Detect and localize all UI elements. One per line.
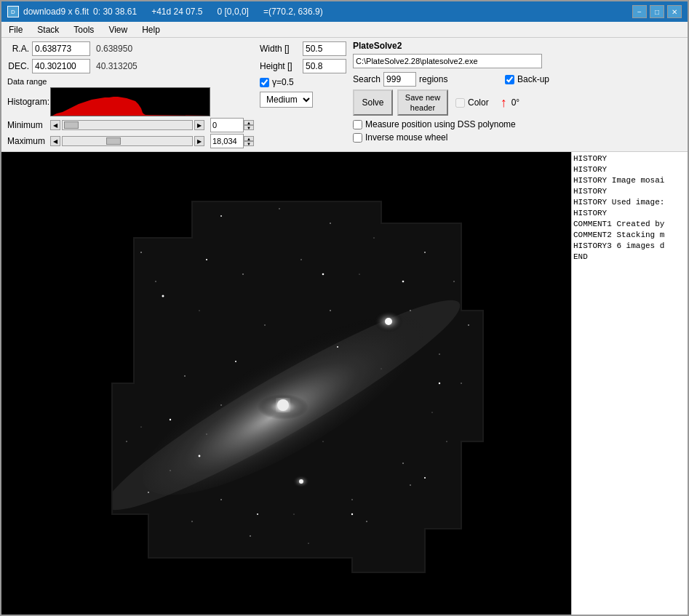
maximize-button[interactable]: □ [650, 5, 664, 18]
ra-row: R.A. 0.638950 [7, 41, 254, 57]
main-content: HISTORYHISTORYHISTORY Image mosaiHISTORY… [1, 152, 688, 615]
stat-coord: +41d 24 07.5 [151, 7, 202, 17]
max-thumb[interactable] [106, 137, 121, 145]
menu-view[interactable]: View [104, 23, 132, 36]
max-row: Maximum ◀ ▶ ▲ ▼ [7, 134, 254, 148]
svg-point-63 [423, 477, 425, 479]
svg-point-66 [205, 259, 207, 260]
svg-point-25 [155, 281, 156, 281]
middle-controls: Width [] Height [] γ=0.5 Medium [260, 41, 347, 148]
fits-lines: HISTORYHISTORYHISTORY Image mosaiHISTORY… [573, 153, 686, 263]
fits-line: HISTORY Image mosai [573, 175, 686, 186]
svg-point-60 [235, 361, 236, 362]
svg-point-11 [424, 252, 426, 253]
title-bar: D download9 x 6.fit 0: 30 38.61 +41d 24 … [1, 1, 688, 22]
app-icon: D [7, 6, 19, 17]
window-title: download9 x 6.fit [23, 7, 89, 17]
svg-point-17 [366, 521, 367, 521]
max-spin-up[interactable]: ▲ [244, 136, 254, 141]
min-spin-down[interactable]: ▼ [244, 125, 254, 130]
svg-point-12 [453, 281, 454, 281]
height-row: Height [] [260, 58, 347, 74]
fits-line: COMMENT2 Stacking m [573, 230, 686, 241]
ra-label: R.A. [7, 44, 29, 54]
fits-line: HISTORY [573, 208, 686, 219]
gamma-row: γ=0.5 [260, 77, 347, 87]
svg-point-31 [439, 353, 439, 354]
min-track[interactable] [62, 120, 193, 130]
min-thumb[interactable] [64, 121, 79, 129]
height-input[interactable] [303, 59, 346, 73]
max-spin-down[interactable]: ▼ [244, 141, 254, 146]
svg-point-14 [461, 383, 461, 383]
min-arrow-left[interactable]: ◀ [50, 120, 60, 130]
max-value-input[interactable] [210, 134, 244, 148]
ra-alt: 0.638950 [96, 44, 132, 54]
min-arrow-right[interactable]: ▶ [194, 120, 204, 130]
title-stats: 0: 30 38.61 +41d 24 07.5 0 [0,0,0] =(770… [93, 7, 323, 17]
backup-checkbox[interactable] [505, 75, 514, 84]
svg-point-27 [242, 273, 244, 275]
fits-line: HISTORY3 6 images d [573, 241, 686, 252]
fits-line: HISTORY Used image: [573, 197, 686, 208]
svg-point-19 [250, 535, 251, 537]
backup-label: Back-up [517, 74, 549, 84]
menu-stack[interactable]: Stack [33, 23, 63, 36]
solve-row: Solve Save new header Color ↑ 0° [353, 89, 549, 116]
width-input[interactable] [303, 41, 346, 56]
svg-point-10 [373, 237, 374, 238]
min-label: Minimum [7, 120, 47, 130]
width-label: Width [] [260, 44, 300, 54]
left-controls: R.A. 0.638950 DEC. 40.313205 Data range … [7, 41, 254, 148]
color-label: Color [468, 97, 489, 108]
gamma-checkbox[interactable] [260, 78, 269, 87]
measure-checkbox[interactable] [353, 120, 362, 129]
controls-panel: R.A. 0.638950 DEC. 40.313205 Data range … [1, 38, 688, 152]
svg-point-56 [402, 281, 404, 283]
image-area[interactable] [1, 152, 571, 615]
min-spin-up[interactable]: ▲ [244, 120, 254, 125]
arrow-up-icon: ↑ [501, 95, 507, 111]
measure-row: Measure position using DSS polynome [353, 119, 549, 129]
svg-point-7 [220, 215, 222, 217]
menu-help[interactable]: Help [138, 23, 164, 36]
stat-time: 0: 30 38.61 [93, 7, 137, 17]
fits-line: END [573, 252, 686, 263]
svg-point-15 [446, 441, 447, 441]
max-arrow-left[interactable]: ◀ [50, 136, 60, 146]
measure-label: Measure position using DSS polynome [365, 119, 516, 129]
min-spinner: ▲ ▼ [244, 120, 254, 130]
dec-row: DEC. 40.313205 [7, 58, 254, 74]
color-checkbox[interactable] [455, 98, 465, 108]
min-row: Minimum ◀ ▶ ▲ ▼ [7, 118, 254, 132]
svg-point-65 [322, 273, 324, 276]
svg-point-13 [468, 324, 469, 326]
svg-point-36 [220, 499, 222, 500]
svg-point-64 [257, 513, 258, 515]
search-label: Search [353, 74, 381, 84]
menu-tools[interactable]: Tools [69, 23, 98, 36]
fits-line: HISTORY [573, 164, 686, 175]
ra-input[interactable] [32, 41, 90, 56]
svg-point-22 [126, 441, 127, 441]
save-header-button[interactable]: Save new header [397, 89, 448, 116]
svg-point-5 [140, 252, 142, 253]
platesolve-path-input[interactable] [353, 54, 542, 68]
svg-point-29 [359, 273, 359, 274]
min-slider-container: ◀ ▶ [50, 120, 204, 130]
max-arrow-right[interactable]: ▶ [194, 136, 204, 146]
close-button[interactable]: ✕ [667, 5, 682, 18]
svg-point-18 [308, 543, 308, 543]
svg-point-34 [351, 499, 352, 500]
inverse-checkbox[interactable] [353, 133, 362, 143]
menu-file[interactable]: File [4, 23, 27, 36]
svg-point-42 [330, 310, 331, 311]
dropdown-row: Medium [260, 92, 347, 108]
search-input[interactable] [383, 72, 416, 87]
medium-dropdown[interactable]: Medium [260, 92, 313, 108]
min-value-input[interactable] [210, 118, 244, 132]
solve-button[interactable]: Solve [353, 89, 393, 116]
max-track[interactable] [62, 136, 193, 146]
dec-input[interactable] [32, 59, 90, 73]
minimize-button[interactable]: − [632, 5, 647, 18]
